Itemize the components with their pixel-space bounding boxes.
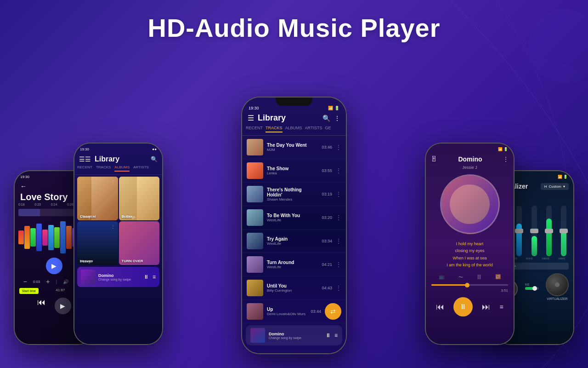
p4-icons: 📶 🔋 <box>498 147 508 151</box>
p3-track-8-thumb <box>247 303 263 320</box>
p3-time: 19:30 <box>249 106 259 110</box>
p3-pause-icon[interactable]: ⏸ <box>325 332 331 339</box>
p5-eq-band-4[interactable] <box>543 206 555 256</box>
p4-list2-icon[interactable]: ≡ <box>499 303 503 310</box>
p4-repeat-icon[interactable]: 🔁 <box>495 274 501 281</box>
p2-tab-tracks[interactable]: TRACKS <box>96 165 111 172</box>
p3-track-4-duration: 03:20 <box>322 215 332 220</box>
p3-track-1-duration: 03:46 <box>322 145 332 150</box>
p4-waveform-icon[interactable]: 〜 <box>458 274 463 281</box>
p5-virt-knob[interactable] <box>546 273 569 296</box>
p3-track-5-artist: WestLife <box>267 242 318 246</box>
p3-np-title: Domino <box>269 332 322 336</box>
p3-track-5-more-icon[interactable]: ⋮ <box>336 238 341 244</box>
p3-track-3-more-icon[interactable]: ⋮ <box>336 191 341 197</box>
p5-treble-slider[interactable] <box>525 287 539 290</box>
p3-track-1[interactable]: The Day You Went M2M 03:46 ⋮ <box>242 136 346 159</box>
p3-search-icon[interactable]: 🔍 <box>322 115 330 122</box>
p2-pause-icon[interactable]: ⏸ <box>143 274 149 280</box>
p3-track-7-artist: Billy Currington <box>267 288 318 293</box>
p3-track-3[interactable]: There's Nothing Holdin' Shawn Mendes 03:… <box>242 183 346 206</box>
p3-list-icon[interactable]: ≡ <box>334 332 338 339</box>
p3-track-2[interactable]: The Show Lenka 03:55 ⋮ <box>242 159 346 183</box>
p2-search-icon[interactable]: 🔍 <box>151 156 158 162</box>
p5-treble-section: ME <box>525 283 539 291</box>
p3-track-5-info: Try Again WestLife <box>267 236 318 246</box>
p3-track-1-thumb <box>247 139 263 155</box>
p5-freq-4: 3.8KHZ <box>542 257 549 260</box>
p2-album-heaven[interactable]: Heaven 3 Songs ⋮ <box>77 221 118 265</box>
p3-tab-recent[interactable]: RECENT <box>246 126 263 132</box>
p3-more-icon[interactable]: ⋮ <box>334 115 340 122</box>
p3-menu-icon[interactable]: ☰ <box>248 114 254 122</box>
p5-preset-selector[interactable]: H Custom ▾ <box>541 183 569 190</box>
p3-shuffle-button[interactable]: ⇄ <box>325 303 341 320</box>
p2-list-icon[interactable]: ≡ <box>153 274 156 280</box>
p2-album-more-icon[interactable]: ⋮ <box>111 179 115 184</box>
p2-heaven-more-icon[interactable]: ⋮ <box>111 224 115 229</box>
p2-menu-icon[interactable]: ☰ <box>79 155 91 163</box>
p3-tab-artists[interactable]: ARTISTS <box>305 126 322 132</box>
p4-bars-icon[interactable]: ||| <box>477 274 481 281</box>
p4-progress-fill <box>431 284 466 286</box>
p3-track-4-info: To Be With You WestLife <box>267 213 318 222</box>
p3-tabs: RECENT TRACKS ALBUMS ARTISTS GE <box>242 126 346 136</box>
p5-eq-handle-2[interactable] <box>515 229 523 233</box>
p4-header: 🎚 Domino ⋮ <box>426 153 514 165</box>
p4-play-button[interactable]: ⏸ <box>453 297 473 316</box>
p4-controls: ⏮ ⏸ ⏭ ≡ <box>426 293 514 320</box>
p3-track-7[interactable]: Until You Billy Currington 04:43 ⋮ <box>242 276 346 300</box>
p4-prev-icon[interactable]: ⏮ <box>436 302 444 312</box>
p5-eq-band-2[interactable] <box>513 206 525 256</box>
p5-preset-value: Custom <box>548 184 561 189</box>
p1-start-time-btn[interactable]: Start time <box>19 288 39 294</box>
p5-eq-band-3[interactable] <box>528 206 540 256</box>
p4-next-icon[interactable]: ⏭ <box>482 302 490 312</box>
p3-header: ☰ Library 🔍 ⋮ <box>242 110 346 126</box>
p3-track-6[interactable]: Turn Around WestLife 04:21 ⋮ <box>242 253 346 276</box>
p4-screen-icon[interactable]: 📺 <box>439 274 444 281</box>
p3-track-7-title: Until You <box>267 283 318 288</box>
p3-np-info: Domino Change song by swipe <box>269 332 322 339</box>
p3-track-4[interactable]: To Be With You WestLife 03:20 ⋮ <box>242 206 346 230</box>
p3-track-3-thumb <box>247 186 263 202</box>
p1-plus-icon[interactable]: + <box>46 278 50 285</box>
p5-eq-handle-4[interactable] <box>545 229 553 233</box>
p4-progress-dot <box>465 283 469 288</box>
p4-more-icon[interactable]: ⋮ <box>503 155 509 163</box>
p1-play-button[interactable]: ▶ <box>46 258 62 274</box>
p2-title: Library <box>95 155 147 163</box>
p5-eq-band-5[interactable] <box>558 206 570 256</box>
p3-track-5-thumb <box>247 233 263 249</box>
p3-track-3-info: There's Nothing Holdin' Shawn Mendes <box>267 187 318 201</box>
p2-tab-recent[interactable]: RECENT <box>77 165 92 172</box>
p3-track-1-more-icon[interactable]: ⋮ <box>336 144 341 150</box>
p2-album-butter[interactable]: Butter 10 Songs <box>119 177 160 220</box>
p3-track-8[interactable]: Up Demi Lovato&Oliv Murs 03:44 ⇄ <box>242 300 346 323</box>
p2-tab-albums[interactable]: ALBUMS <box>114 165 130 172</box>
p3-track-5[interactable]: Try Again WestLife 03:34 ⋮ <box>242 230 346 253</box>
p4-eq-icon[interactable]: 🎚 <box>430 155 438 163</box>
p5-eq-handle-3[interactable] <box>530 229 538 233</box>
p2-tab-artists[interactable]: ARTISTS <box>133 165 149 172</box>
p3-tab-ge[interactable]: GE <box>325 126 331 132</box>
p2-np-title: Domino <box>98 273 131 278</box>
p3-track-7-more-icon[interactable]: ⋮ <box>336 285 341 291</box>
p1-prev-icon[interactable]: ⏮ <box>37 298 45 314</box>
p3-track-4-more-icon[interactable]: ⋮ <box>336 214 341 221</box>
p4-lyrics: I hold my heart closing my eyes When I w… <box>426 237 514 272</box>
p2-album-turnover[interactable]: TURN OVER <box>119 221 160 265</box>
p3-track-6-more-icon[interactable]: ⋮ <box>336 261 341 268</box>
p3-track-2-more-icon[interactable]: ⋮ <box>336 167 341 174</box>
p4-progress-bar[interactable] <box>431 284 508 286</box>
p3-tab-albums[interactable]: ALBUMS <box>285 126 302 132</box>
p3-tab-tracks[interactable]: TRACKS <box>266 126 283 132</box>
p1-volume-icon[interactable]: 🔊 <box>63 279 68 284</box>
p1-minus-icon[interactable]: − <box>23 278 27 285</box>
p2-tabs: RECENT TRACKS ALBUMS ARTISTS <box>74 165 162 175</box>
p3-icons: 📶 🔋 <box>328 106 339 110</box>
p5-eq-handle-5[interactable] <box>560 229 568 233</box>
p4-lyric-2: closing my eyes <box>432 247 507 254</box>
p1-play2-icon[interactable]: ▶ <box>60 302 65 310</box>
p2-album-classical[interactable]: Classical 1 Song ⋮ <box>77 177 118 220</box>
